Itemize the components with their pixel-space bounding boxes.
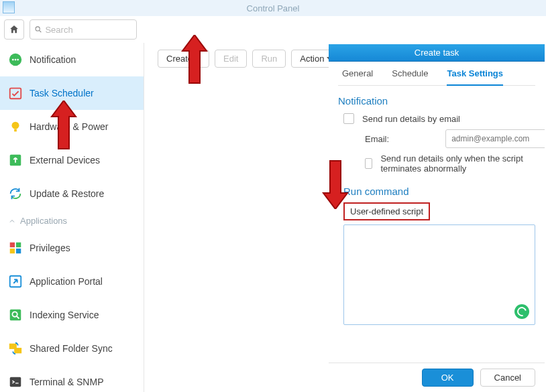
svg-line-1 (40, 31, 42, 33)
chevron-up-icon (8, 217, 16, 225)
sidebar-item-update-restore[interactable]: Update & Restore (0, 177, 144, 210)
bulb-icon (8, 119, 23, 134)
email-label: Email: (365, 134, 389, 144)
run-button[interactable]: Run (252, 50, 286, 68)
user-defined-script-label: User-defined script (343, 202, 430, 220)
sync-folder-icon (8, 341, 23, 356)
search-square-icon (8, 308, 23, 322)
run-command-section-title: Run command (343, 186, 535, 197)
sidebar-item-task-scheduler[interactable]: Task Scheduler (0, 76, 144, 110)
upload-icon (8, 153, 23, 168)
sidebar-item-hardware-power[interactable]: Hardware & Power (0, 110, 144, 143)
sidebar-item-notification[interactable]: Notification (0, 43, 144, 76)
sidebar-item-label: Hardware & Power (30, 121, 109, 132)
sidebar-item-privileges[interactable]: Privileges (0, 231, 144, 265)
search-icon (34, 25, 42, 34)
top-row (0, 16, 546, 43)
window-title: Control Panel (247, 3, 300, 13)
caret-down-icon (195, 57, 201, 60)
home-button[interactable] (4, 19, 24, 40)
svg-rect-10 (10, 243, 15, 247)
svg-point-7 (12, 122, 19, 129)
svg-rect-8 (14, 129, 17, 132)
window-titlebar: Control Panel (0, 0, 546, 16)
sidebar-item-label: Privileges (30, 243, 70, 253)
sidebar-item-indexing-service[interactable]: Indexing Service (0, 298, 144, 332)
only-abnormal-checkbox[interactable] (365, 158, 372, 169)
sidebar-item-label: Update & Restore (30, 188, 104, 199)
chat-icon (8, 52, 23, 67)
home-icon (9, 24, 19, 35)
svg-rect-11 (16, 243, 21, 247)
sidebar-section-label: Applications (20, 216, 67, 226)
notification-section-title: Notification (338, 95, 535, 107)
external-link-icon (8, 274, 23, 289)
svg-rect-12 (10, 249, 15, 253)
svg-point-5 (17, 59, 19, 61)
terminal-icon (8, 375, 23, 389)
send-details-label: Send run details by email (362, 114, 460, 124)
ok-button[interactable]: OK (422, 369, 474, 387)
svg-rect-15 (10, 310, 21, 321)
create-button[interactable]: Create (158, 50, 209, 68)
sidebar-item-label: Shared Folder Sync (30, 343, 113, 354)
modal-footer: OK Cancel (329, 363, 545, 392)
refresh-icon (8, 186, 23, 201)
svg-point-4 (15, 59, 17, 61)
script-textarea[interactable] (343, 224, 535, 325)
sidebar-item-label: Terminal & SNMP (30, 377, 103, 387)
create-task-modal: Create task General Schedule Task Settin… (329, 44, 545, 392)
svg-rect-20 (10, 377, 21, 387)
svg-point-3 (12, 59, 14, 61)
main-area: Create Edit Run Action Save Settings Cre… (144, 43, 546, 392)
tab-task-settings[interactable]: Task Settings (447, 68, 503, 78)
sidebar-item-label: Notification (30, 54, 76, 65)
svg-rect-13 (16, 249, 21, 253)
sidebar-item-label: Application Portal (30, 276, 103, 287)
sidebar-item-application-portal[interactable]: Application Portal (0, 265, 144, 298)
only-abnormal-label: Send run details only when the script te… (380, 153, 535, 174)
send-details-checkbox[interactable] (343, 113, 354, 124)
sidebar-item-terminal-snmp[interactable]: Terminal & SNMP (0, 365, 144, 392)
svg-rect-19 (14, 348, 21, 353)
calendar-check-icon (8, 86, 23, 101)
modal-title: Create task (329, 44, 545, 62)
sidebar-item-label: Task Scheduler (30, 88, 94, 99)
grammarly-icon[interactable] (514, 304, 529, 319)
sidebar-item-label: External Devices (30, 155, 100, 166)
tab-general[interactable]: General (342, 68, 373, 78)
app-icon (3, 1, 15, 13)
edit-button[interactable]: Edit (215, 50, 247, 68)
sidebar: Notification Task Scheduler Hardware & P… (0, 43, 144, 392)
cancel-button[interactable]: Cancel (480, 369, 535, 387)
email-input[interactable] (445, 129, 545, 148)
sidebar-section-applications[interactable]: Applications (0, 210, 144, 231)
sidebar-item-external-devices[interactable]: External Devices (0, 143, 144, 177)
svg-point-0 (36, 27, 40, 31)
sidebar-item-label: Indexing Service (30, 310, 99, 320)
grid-icon (8, 241, 23, 255)
search-input[interactable] (45, 25, 132, 35)
search-field[interactable] (30, 19, 137, 40)
modal-tabs: General Schedule Task Settings (338, 68, 535, 86)
sidebar-item-shared-folder-sync[interactable]: Shared Folder Sync (0, 332, 144, 365)
tab-schedule[interactable]: Schedule (392, 68, 428, 78)
svg-rect-6 (10, 88, 21, 99)
